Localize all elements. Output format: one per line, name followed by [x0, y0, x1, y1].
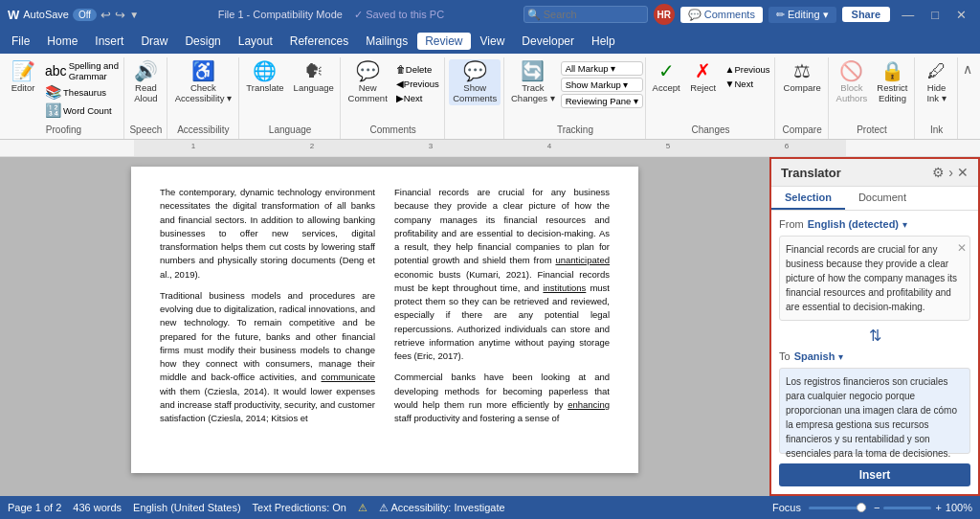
ribbon-track-changes[interactable]: 🔄 TrackChanges ▾: [507, 59, 559, 105]
ribbon-readaloud[interactable]: 🔊 ReadAloud: [128, 59, 163, 105]
translator-panel: Translator ⚙ › ✕ Selection Document From…: [769, 157, 980, 496]
right-controls: 🔍 HR 💬 Comments ✏ Editing ▾ Share — □ ✕: [523, 4, 972, 25]
menu-home[interactable]: Home: [39, 33, 85, 50]
redo-icon[interactable]: ↪: [115, 8, 125, 22]
ribbon-accept[interactable]: ✓ Accept: [649, 59, 684, 95]
ribbon-thesaurus[interactable]: 📚 Thesaurus: [42, 83, 122, 101]
focus-slider-track[interactable]: [809, 507, 866, 509]
ribbon-spelling[interactable]: abc Spelling andGrammar: [42, 59, 122, 82]
main-area: The contemporary, dynamic technology env…: [0, 157, 980, 496]
chevron-down-icon: ▾: [823, 9, 829, 21]
ribbon-new-comment[interactable]: 💬 NewComment: [345, 59, 391, 105]
ribbon-language[interactable]: 🗣 Language: [290, 59, 338, 95]
ribbon-show-comments[interactable]: 💬 ShowComments: [449, 59, 501, 105]
ribbon-group-show-comments: 💬 ShowComments: [446, 57, 504, 139]
spelling-icon: abc: [45, 63, 67, 79]
text-predictions: Text Predictions: On: [253, 502, 346, 513]
ribbon-group-speech: 🔊 ReadAloud Speech: [125, 57, 167, 139]
ribbon-translate[interactable]: 🌐 Translate: [242, 59, 287, 95]
from-lang-chevron[interactable]: ▾: [902, 219, 907, 230]
zoom-slider[interactable]: [883, 507, 931, 509]
ribbon-editor[interactable]: 📝 Editor: [6, 59, 40, 95]
menu-view[interactable]: View: [473, 33, 513, 50]
from-language-select[interactable]: English (detected): [808, 218, 899, 230]
next-change-icon: ▼: [725, 79, 735, 89]
translator-settings-button[interactable]: ⚙: [932, 165, 945, 180]
user-avatar[interactable]: HR: [654, 4, 675, 25]
restore-button[interactable]: □: [925, 8, 945, 22]
autosave-toggle[interactable]: Off: [73, 9, 97, 21]
ribbon-previous-comment[interactable]: ◀ Previous: [393, 78, 442, 90]
accessibility-text[interactable]: ⚠ Accessibility: Investigate: [379, 502, 505, 514]
accessibility-status[interactable]: ⚠: [358, 502, 368, 514]
menu-layout[interactable]: Layout: [231, 33, 280, 50]
to-lang-chevron[interactable]: ▾: [838, 351, 843, 362]
language-icon: 🗣: [304, 61, 323, 80]
from-label: From: [779, 218, 804, 230]
ribbon-group-protect: 🚫 BlockAuthors 🔒 RestrictEditing Protect: [830, 57, 915, 139]
ribbon-show-markup[interactable]: Show Markup ▾: [561, 78, 643, 92]
menu-design[interactable]: Design: [177, 33, 228, 50]
translator-close-button[interactable]: ✕: [957, 165, 969, 180]
ribbon-next-change[interactable]: ▼ Next: [723, 78, 773, 90]
menu-insert[interactable]: Insert: [87, 33, 131, 50]
source-clear-button[interactable]: ✕: [957, 239, 967, 257]
share-button[interactable]: Share: [842, 7, 891, 22]
quick-access-more[interactable]: ▼: [129, 10, 139, 20]
minimize-button[interactable]: —: [896, 8, 920, 22]
menu-help[interactable]: Help: [584, 33, 623, 50]
ribbon-group-comments: 💬 NewComment 🗑 Delete ◀ Previous ▶ Next …: [342, 57, 445, 139]
menu-file[interactable]: File: [4, 33, 37, 50]
to-language-select[interactable]: Spanish: [794, 350, 835, 362]
ribbon-next-comment[interactable]: ▶ Next: [393, 92, 442, 104]
menu-mailings[interactable]: Mailings: [358, 33, 415, 50]
ribbon-markup-dropdown[interactable]: All Markup ▾: [561, 61, 643, 76]
tab-document[interactable]: Document: [845, 187, 920, 210]
swap-languages-button[interactable]: ⇅: [779, 327, 970, 345]
ribbon-group-changes: ✓ Accept ✗ Reject ▲ Previous ▼ Next Chan…: [647, 57, 776, 139]
comments-button[interactable]: 💬 Comments: [680, 7, 763, 23]
editor-icon: 📝: [11, 61, 35, 80]
gear-icon: ⚙: [932, 165, 945, 180]
zoom-in-button[interactable]: +: [935, 502, 941, 513]
ribbon-restrict-editing[interactable]: 🔒 RestrictEditing: [873, 59, 911, 105]
ribbon-block-authors[interactable]: 🚫 BlockAuthors: [833, 59, 872, 105]
ribbon-compare[interactable]: ⚖ Compare: [780, 59, 825, 95]
tab-selection[interactable]: Selection: [771, 187, 845, 210]
ribbon-hide-ink[interactable]: 🖊 HideInk ▾: [920, 59, 954, 105]
focus-slider[interactable]: [809, 507, 866, 509]
translator-tabs: Selection Document: [771, 187, 978, 211]
menu-review[interactable]: Review: [417, 33, 470, 50]
to-row: To Spanish ▾: [779, 350, 970, 362]
ribbon-reviewing-pane[interactable]: Reviewing Pane ▾: [561, 94, 643, 108]
search-input[interactable]: [523, 6, 648, 23]
translator-header-controls: ⚙ › ✕: [932, 165, 969, 180]
ribbon-accessibility[interactable]: ♿ CheckAccessibility ▾: [171, 59, 235, 105]
compare-icon: ⚖: [793, 61, 811, 80]
ribbon-delete[interactable]: 🗑 Delete: [393, 63, 442, 76]
zoom-level[interactable]: 100%: [946, 502, 972, 513]
prev-change-icon: ▲: [725, 64, 735, 75]
ribbon-group-accessibility: ♿ CheckAccessibility ▾ Accessibility: [168, 57, 239, 139]
editing-button[interactable]: ✏ Editing ▾: [768, 7, 836, 23]
translator-collapse-button[interactable]: ›: [948, 165, 953, 180]
undo-icon[interactable]: ↩: [100, 8, 111, 22]
search-box[interactable]: 🔍: [523, 6, 648, 23]
document-page[interactable]: The contemporary, dynamic technology env…: [131, 167, 638, 473]
close-button[interactable]: ✕: [950, 8, 972, 22]
ribbon-previous-change[interactable]: ▲ Previous: [723, 63, 773, 76]
insert-button[interactable]: Insert: [779, 463, 970, 486]
ribbon-expand-icon[interactable]: ∧: [959, 57, 976, 80]
ribbon-reject[interactable]: ✗ Reject: [686, 59, 721, 95]
menu-references[interactable]: References: [282, 33, 356, 50]
menu-draw[interactable]: Draw: [133, 33, 175, 50]
word-count: 436 words: [73, 502, 122, 513]
ribbon-wordcount[interactable]: 🔢 Word Count: [42, 102, 122, 119]
accessibility-icon: ♿: [191, 61, 215, 80]
ribbon-group-language: 🌐 Translate 🗣 Language Language: [240, 57, 341, 139]
language-status[interactable]: English (United States): [133, 502, 241, 513]
menubar: File Home Insert Draw Design Layout Refe…: [0, 29, 980, 54]
autosave-label: AutoSave: [23, 9, 69, 20]
zoom-out-button[interactable]: −: [874, 502, 880, 513]
menu-developer[interactable]: Developer: [514, 33, 582, 50]
